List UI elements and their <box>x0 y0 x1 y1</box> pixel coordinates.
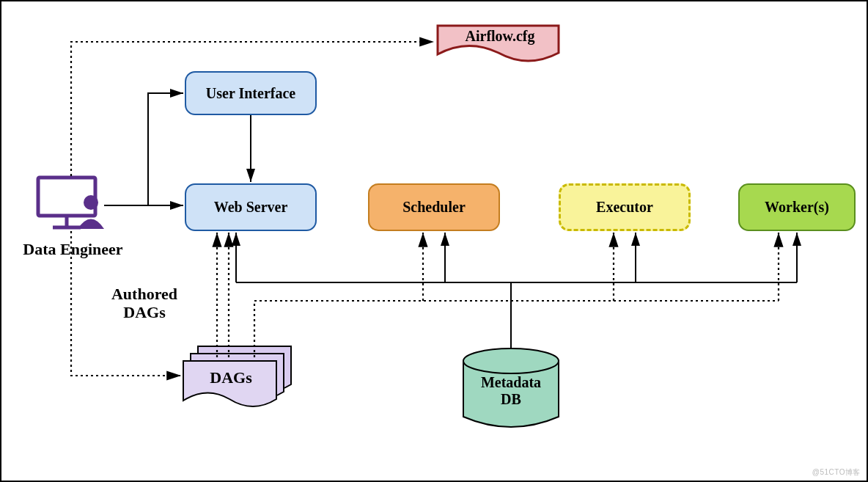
actor-label: Data Engineer <box>12 240 133 258</box>
watermark: @51CTO博客 <box>812 467 861 478</box>
node-label: Worker(s) <box>765 199 829 216</box>
node-label: User Interface <box>206 85 295 102</box>
authored-dags-label: Authored DAGs <box>100 285 188 322</box>
node-workers: Worker(s) <box>738 183 856 231</box>
node-web-server: Web Server <box>185 183 317 231</box>
metadb-label: Metadata DB <box>463 374 559 408</box>
diagram-canvas: User Interface Web Server Scheduler Exec… <box>0 0 868 482</box>
node-user-interface: User Interface <box>185 71 317 115</box>
actor-icon <box>38 178 104 229</box>
node-label: Executor <box>596 199 653 216</box>
node-label: Web Server <box>214 199 288 216</box>
airflowcfg-label: Airflow.cfg <box>445 28 555 45</box>
dags-label: DAGs <box>198 368 264 387</box>
node-executor: Executor <box>559 183 691 231</box>
node-label: Scheduler <box>402 199 466 216</box>
svg-point-4 <box>463 348 559 373</box>
svg-rect-0 <box>38 178 95 216</box>
node-scheduler: Scheduler <box>368 183 500 231</box>
svg-point-3 <box>84 195 98 210</box>
